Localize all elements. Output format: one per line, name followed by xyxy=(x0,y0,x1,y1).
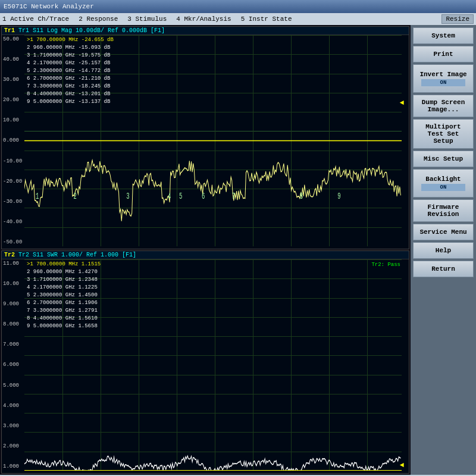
triangle-marker: ▽ xyxy=(179,245,182,246)
triangle-marker: ▽ xyxy=(73,469,76,471)
menu-instr-state[interactable]: 5 Instr State xyxy=(241,15,292,23)
svg-text:7: 7 xyxy=(232,192,235,202)
y-label: 4.000 xyxy=(3,403,23,409)
y-label: 11.00 xyxy=(3,261,23,267)
y-label: -40.00 xyxy=(3,219,23,225)
right-panel-button[interactable]: Multiport Test Set Setup xyxy=(413,119,474,149)
right-panel-button[interactable]: BacklightON xyxy=(413,169,474,198)
right-panel-button[interactable]: Invert ImageON xyxy=(413,64,474,93)
y-label: 5.000 xyxy=(3,383,23,389)
triangle-marker: ▽ xyxy=(337,245,340,246)
y-label: 10.00 xyxy=(3,281,23,287)
right-panel: SystemPrintInvert ImageONDump Screen Ima… xyxy=(411,25,476,475)
right-panel-button[interactable]: Firmware Revision xyxy=(413,199,474,222)
bottom-chart-header: Tr2 Tr2 S11 SWR 1.000/ Ref 1.000 [F1] xyxy=(2,251,409,259)
y-label: 40.00 xyxy=(3,57,23,62)
right-panel-button[interactable]: Dump Screen Image... xyxy=(413,95,474,117)
svg-text:1: 1 xyxy=(36,192,39,202)
svg-text:2: 2 xyxy=(73,192,76,202)
right-panel-button[interactable]: Misc Setup xyxy=(413,151,474,167)
svg-text:5: 5 xyxy=(179,192,182,202)
y-label: 50.00 xyxy=(3,36,23,42)
bottom-chart-content: 11.0010.009.0008.0007.0006.0005.0004.000… xyxy=(2,259,409,471)
chart-area: Tr1 Tr1 S11 Log Mag 10.00dB/ Ref 0.000dB… xyxy=(0,25,411,475)
y-label: 9.000 xyxy=(3,301,23,307)
triangle-marker: ▽ xyxy=(232,245,235,246)
app-title: E5071C Network Analyzer xyxy=(4,3,94,10)
triangle-marker: ▽ xyxy=(202,245,205,246)
menu-stimulus[interactable]: 3 Stimulus xyxy=(127,15,167,23)
menu-mkr-analysis[interactable]: 4 Mkr/Analysis xyxy=(176,15,231,23)
bottom-waveform xyxy=(24,259,402,471)
triangle-marker: ▽ xyxy=(73,245,76,246)
right-panel-button[interactable]: Help xyxy=(413,242,474,259)
triangle-marker: ▽ xyxy=(232,469,235,471)
menu-items: 1 Active Ch/Trace 2 Response 3 Stimulus … xyxy=(2,15,292,23)
y-label: -20.00 xyxy=(3,178,23,184)
y-label: 7.000 xyxy=(3,342,23,347)
triangle-marker: ▽ xyxy=(179,469,182,471)
menu-active-ch[interactable]: 1 Active Ch/Trace xyxy=(2,15,69,23)
triangle-marker: ▽ xyxy=(337,469,340,471)
right-panel-button[interactable]: System xyxy=(413,27,474,44)
y-label: -10.00 xyxy=(3,158,23,164)
triangle-marker: ▽ xyxy=(300,245,303,246)
y-label: 2.000 xyxy=(3,443,23,449)
svg-text:8: 8 xyxy=(300,192,303,202)
svg-text:6: 6 xyxy=(202,192,205,202)
y-label: 0.000 xyxy=(3,137,23,143)
triangle-marker: ▽ xyxy=(36,469,39,471)
menu-response[interactable]: 2 Response xyxy=(79,15,118,23)
top-chart-content: 50.0040.0030.0020.0010.000.000-10.00-20.… xyxy=(2,35,409,246)
top-chart-header: Tr1 Tr1 S11 Log Mag 10.00dB/ Ref 0.000dB… xyxy=(2,27,409,35)
y-label: 10.00 xyxy=(3,117,23,123)
y-label: 3.000 xyxy=(3,423,23,429)
y-label: -30.00 xyxy=(3,199,23,205)
triangle-marker: ▽ xyxy=(168,469,171,471)
top-waveform: 123456789 xyxy=(24,35,402,246)
menu-bar: 1 Active Ch/Trace 2 Response 3 Stimulus … xyxy=(0,13,476,25)
triangle-marker: ▽ xyxy=(126,469,129,471)
bottom-y-axis: 11.0010.009.0008.0007.0006.0005.0004.000… xyxy=(2,259,24,471)
y-label: 1.000 xyxy=(3,464,23,469)
resize-button[interactable]: Resize xyxy=(441,14,474,24)
right-panel-button[interactable]: Return xyxy=(413,261,474,277)
triangle-marker: ▽ xyxy=(126,245,129,246)
y-label: 8.000 xyxy=(3,321,23,327)
y-label: 20.00 xyxy=(3,97,23,103)
top-y-axis: 50.0040.0030.0020.0010.000.000-10.00-20.… xyxy=(2,35,24,246)
triangle-marker: ▽ xyxy=(300,469,303,471)
top-chart-title: Tr1 S11 Log Mag 10.00dB/ Ref 0.000dB [F1… xyxy=(18,27,165,34)
y-label: 6.000 xyxy=(3,362,23,368)
bottom-chart: Tr2 Tr2 S11 SWR 1.000/ Ref 1.000 [F1] 11… xyxy=(1,250,409,474)
bottom-chart-title: Tr2 S11 SWR 1.000/ Ref 1.000 [F1] xyxy=(18,252,136,258)
y-label: -50.00 xyxy=(3,239,23,245)
top-chart: Tr1 Tr1 S11 Log Mag 10.00dB/ Ref 0.000dB… xyxy=(1,26,409,249)
triangle-marker: ▽ xyxy=(202,469,205,471)
right-panel-button[interactable]: Print xyxy=(413,46,474,62)
y-label: 30.00 xyxy=(3,77,23,83)
svg-text:9: 9 xyxy=(337,192,340,202)
main-layout: Tr1 Tr1 S11 Log Mag 10.00dB/ Ref 0.000dB… xyxy=(0,25,476,475)
svg-text:4: 4 xyxy=(168,192,171,202)
triangle-marker: ▽ xyxy=(36,245,39,246)
right-panel-button[interactable]: Service Menu xyxy=(413,224,474,240)
title-bar: E5071C Network Analyzer xyxy=(0,0,476,13)
svg-text:3: 3 xyxy=(126,192,129,202)
triangle-marker: ▽ xyxy=(168,245,171,246)
